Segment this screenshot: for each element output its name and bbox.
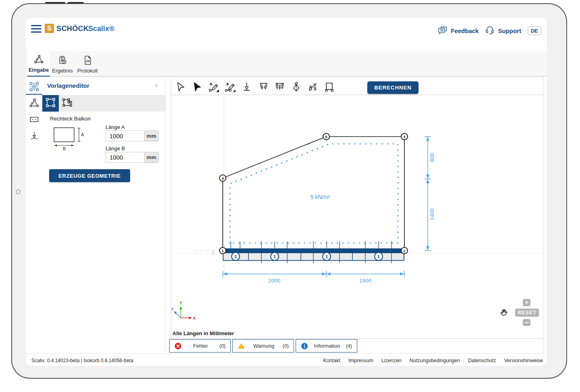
- footer-link-lizenzen[interactable]: Lizenzen: [381, 358, 402, 363]
- geometry-triangle-icon: [34, 54, 44, 66]
- geometry-triangle-icon: [29, 98, 39, 110]
- berechnen-button[interactable]: BERECHNEN: [367, 81, 418, 94]
- dimension-label-1500: 1500: [359, 278, 371, 284]
- brand-name: SCHÖCK: [56, 25, 89, 33]
- segment-badge[interactable]: 1: [271, 253, 279, 261]
- footer-link-kontakt[interactable]: Kontakt: [323, 358, 340, 363]
- template-rechteck-button[interactable]: [42, 95, 59, 112]
- area-load-tool-icon[interactable]: [273, 81, 286, 93]
- svg-text:1: 1: [234, 254, 237, 259]
- bottom-dimension-lines: [223, 271, 404, 277]
- dimension-label-800: 800: [429, 153, 435, 162]
- point-load-tool-icon[interactable]: [240, 81, 253, 93]
- template-name: Rechteck Balkon: [50, 116, 91, 122]
- line-load-tool-icon[interactable]: [257, 81, 269, 93]
- node-5[interactable]: 5: [323, 133, 329, 140]
- footer-links: Kontakt Impressum Lizenzen Nutzungsbedin…: [323, 358, 543, 363]
- laenge-a-unit-badge: mm: [144, 131, 159, 141]
- svg-text:2: 2: [403, 249, 405, 253]
- canvas-toolbar: [171, 79, 543, 95]
- rail-active-underline: [26, 94, 42, 95]
- segment-badge[interactable]: 1: [323, 253, 331, 261]
- erzeuge-geometrie-button[interactable]: ERZEUGE GEOMETRIE: [49, 169, 130, 182]
- template-dimension-diagram: A B: [54, 127, 86, 151]
- zoom-in-button[interactable]: +: [523, 299, 530, 306]
- svg-text:1: 1: [325, 254, 328, 259]
- version-info: Scalix: 0.4.14023-beta | Isokorb 0.6.140…: [31, 358, 133, 363]
- node-4[interactable]: 4: [220, 175, 226, 181]
- sidebar-item-vorlageneditor[interactable]: [29, 82, 39, 93]
- dimension-label-2000: 2000: [268, 278, 280, 284]
- tab-label: Eingabe: [29, 67, 49, 73]
- information-status-button[interactable]: Information (4): [296, 339, 357, 353]
- sidebar-item-geometrie[interactable]: [29, 98, 39, 109]
- moment-support-tool-icon[interactable]: [307, 81, 319, 93]
- language-switcher[interactable]: DE: [528, 27, 541, 35]
- footer-link-datenschutz[interactable]: Datenschutz: [468, 358, 496, 363]
- feedback-label: Feedback: [451, 27, 478, 34]
- select-tool-icon[interactable]: [174, 81, 186, 93]
- area-load-outline[interactable]: [230, 144, 398, 243]
- svg-text:5: 5: [325, 135, 327, 139]
- node-2[interactable]: 2: [401, 247, 408, 254]
- template-selector-row: [42, 95, 165, 112]
- results-clipboard-icon: [58, 55, 68, 66]
- panel-title: Vorlageneditor: [47, 82, 89, 89]
- support-button[interactable]: Support: [485, 25, 521, 36]
- svg-text:4: 4: [222, 176, 224, 180]
- diagram-side-a-label: A: [81, 132, 84, 137]
- wall-support-tool-icon[interactable]: [323, 81, 335, 93]
- tab-protokoll[interactable]: Protokoll: [75, 51, 100, 77]
- error-icon: [174, 342, 182, 350]
- tablet-camera: [16, 189, 21, 194]
- divider: [543, 77, 543, 353]
- tab-ergebnis[interactable]: Ergebnis: [51, 51, 74, 77]
- diagram-side-b-label: B: [63, 146, 66, 151]
- segment-badge[interactable]: 1: [375, 253, 383, 261]
- coordinate-axes-triad: Y x z: [171, 301, 196, 320]
- status-count: (0): [283, 343, 289, 349]
- node-1[interactable]: 1: [220, 247, 226, 254]
- segment-badge[interactable]: 1: [232, 253, 240, 261]
- template-polygon-button[interactable]: [59, 95, 75, 112]
- rectangle-template-icon: [45, 97, 56, 110]
- area-load-value-label: 5 kN/m²: [311, 194, 330, 200]
- product-name: Scalix®: [88, 25, 114, 33]
- axis-z-label: z: [171, 306, 174, 311]
- add-edge-tool-icon[interactable]: [224, 81, 236, 93]
- node-3[interactable]: 3: [401, 133, 408, 140]
- laenge-b-input[interactable]: [106, 152, 144, 163]
- footer-link-versionshinweise[interactable]: Versionshinweise: [504, 358, 543, 363]
- status-count: (4): [346, 343, 352, 349]
- errors-status-button[interactable]: Fehler (0): [169, 339, 231, 353]
- divider: [171, 338, 543, 339]
- tab-eingabe[interactable]: Eingabe: [27, 51, 50, 77]
- tab-label: Ergebnis: [52, 68, 72, 74]
- isokorb-element-icon: [29, 114, 39, 126]
- template-editor-icon: [29, 81, 39, 93]
- pan-hand-icon[interactable]: [499, 307, 509, 318]
- warnings-status-button[interactable]: Warnung (0): [232, 339, 294, 353]
- footer-link-impressum[interactable]: Impressum: [348, 358, 373, 363]
- menu-hamburger-button[interactable]: [31, 25, 41, 33]
- point-support-tool-icon[interactable]: [290, 81, 302, 93]
- select-filled-tool-icon[interactable]: [191, 81, 203, 93]
- divider: [26, 353, 547, 354]
- info-icon: [301, 342, 308, 350]
- feedback-button[interactable]: Feedback: [438, 26, 478, 36]
- zoom-out-button[interactable]: −: [523, 319, 530, 326]
- footer-link-nutzungsbedingungen[interactable]: Nutzungsbedingungen: [410, 358, 460, 363]
- units-note: Alle Längen in Millimeter: [172, 330, 234, 336]
- axis-y-label: Y: [179, 301, 182, 305]
- origin-label: 0: [212, 251, 215, 256]
- sidebar-item-lasten[interactable]: [29, 131, 39, 142]
- zoom-reset-button[interactable]: RESET: [515, 309, 539, 317]
- panel-collapse-chevron-icon[interactable]: ‹: [155, 81, 157, 89]
- svg-text:1: 1: [222, 249, 224, 253]
- add-node-tool-icon[interactable]: [207, 81, 220, 93]
- divider: [165, 77, 166, 353]
- headset-icon: [485, 25, 495, 36]
- sidebar-item-isokorb[interactable]: [29, 114, 39, 125]
- drawing-canvas[interactable]: 0 5 kN/m²: [171, 95, 543, 338]
- laenge-a-input[interactable]: [106, 131, 144, 141]
